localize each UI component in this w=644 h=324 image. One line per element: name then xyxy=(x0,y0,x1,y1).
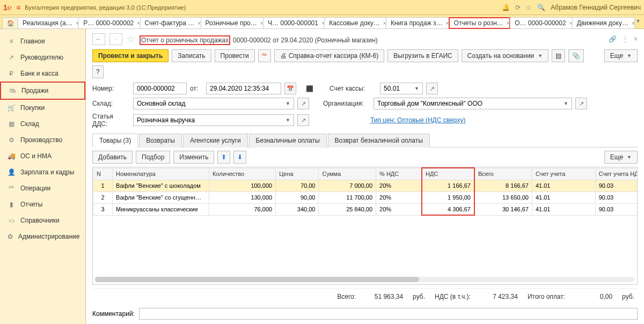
tab-5[interactable]: Кассовые доку…× xyxy=(324,17,386,29)
comment-input[interactable] xyxy=(139,308,638,320)
structure-button[interactable]: ▤ xyxy=(552,49,565,62)
sidebar-item-dir[interactable]: ▭Справочники xyxy=(0,212,85,229)
col-n[interactable]: N xyxy=(93,168,113,180)
bell-icon[interactable]: 🔔 xyxy=(502,4,510,11)
col-vatp[interactable]: % НДС xyxy=(376,168,422,180)
col-acc1[interactable]: Счет учета xyxy=(532,168,595,180)
open-icon[interactable]: ↗ xyxy=(297,98,309,109)
sidebar-item-main[interactable]: ≡Главное xyxy=(0,33,85,49)
create-button[interactable]: Создать на основании▼ xyxy=(462,49,548,62)
move-up-button[interactable]: ⬆ xyxy=(217,151,230,164)
bars-icon: ▮ xyxy=(8,201,15,208)
menu-icon[interactable]: ≡ xyxy=(16,3,20,12)
col-vat[interactable]: НДС xyxy=(422,168,474,180)
table-more-button[interactable]: Еще▼ xyxy=(604,151,638,164)
sidebar-item-stock[interactable]: ▦Склад xyxy=(0,116,85,132)
subtab-cashless[interactable]: Безналичные оплаты xyxy=(249,134,327,148)
close-icon[interactable]: × xyxy=(634,35,638,43)
tab-9[interactable]: Движения доку…× xyxy=(572,17,635,29)
back-button[interactable]: ← xyxy=(92,33,105,45)
col-total[interactable]: Всего xyxy=(474,168,532,180)
tabs-overflow-icon[interactable]: ▾ xyxy=(634,15,642,28)
egais-button[interactable]: Выгрузить в ЕГАИС xyxy=(387,49,458,62)
store-select[interactable]: Основной склад▼ xyxy=(133,98,294,109)
table-row[interactable]: 1Вафли "Венские" с шоколадом100,00070,00… xyxy=(93,180,638,192)
tab-1[interactable]: Р… 0000-000002× xyxy=(78,17,140,29)
favorite-icon[interactable]: ☆ xyxy=(127,33,135,45)
star-icon[interactable]: ☆ xyxy=(526,4,532,11)
app-title: Бухгалтерия предприятия, редакция 3.0 (1… xyxy=(25,4,497,11)
subtab-goods[interactable]: Товары (3) xyxy=(92,134,138,148)
book-icon: ▭ xyxy=(8,217,15,224)
sidebar-item-bank[interactable]: ₽Банк и касса xyxy=(0,65,85,82)
post-close-button[interactable]: Провести и закрыть xyxy=(92,49,169,62)
tab-3[interactable]: Розничные про…× xyxy=(201,17,264,29)
user-label[interactable]: Абрамов Геннадий Сергеевич xyxy=(551,4,641,11)
tab-2[interactable]: Счет-фактура …× xyxy=(140,17,201,29)
sidebar: ≡Главное ↗Руководителю ₽Банк и касса 🛍Пр… xyxy=(0,29,86,324)
subtab-returns[interactable]: Возвраты xyxy=(139,134,182,148)
document-title: Отчет о розничных продажах 0000-000002 о… xyxy=(140,34,378,45)
km6-button[interactable]: 🖨 Справка-отчет кассира (КМ-6) xyxy=(274,49,385,62)
ops-icon: ᴬᴷ xyxy=(8,185,15,192)
sidebar-item-purchases[interactable]: 🛒Покупки xyxy=(0,100,85,116)
goods-table[interactable]: N Номенклатура Количество Цена Сумма % Н… xyxy=(92,167,638,285)
logo-1c: 1℮ xyxy=(3,3,12,12)
forward-button[interactable]: → xyxy=(109,33,122,45)
sidebar-item-reports[interactable]: ▮Отчеты xyxy=(0,196,85,212)
sidebar-item-manager[interactable]: ↗Руководителю xyxy=(0,49,85,65)
h-scrollbar[interactable] xyxy=(95,277,635,282)
more-button[interactable]: Еще▼ xyxy=(604,49,638,62)
open-icon[interactable]: ↗ xyxy=(297,114,309,126)
number-input[interactable] xyxy=(133,83,187,94)
col-price[interactable]: Цена xyxy=(276,168,319,180)
calendar-icon[interactable]: 📅 xyxy=(284,83,296,94)
subtab-cashless-ret[interactable]: Возврат безналичной оплаты xyxy=(328,134,430,148)
pick-button[interactable]: Подбор xyxy=(136,151,170,164)
sidebar-item-admin[interactable]: ✿Администрирование xyxy=(0,229,85,245)
attach-button[interactable]: 📎 xyxy=(568,49,584,62)
sidebar-item-production[interactable]: ⚙Производство xyxy=(0,132,85,148)
col-sum[interactable]: Сумма xyxy=(319,168,376,180)
price-type-link[interactable]: Тип цен: Оптовые (НДС сверху) xyxy=(370,116,465,124)
search-icon[interactable]: 🔍 xyxy=(537,4,545,11)
sub-tabs: Товары (3) Возвраты Агентские услуги Без… xyxy=(92,133,638,148)
acc-select[interactable]: 50.01▼ xyxy=(380,83,423,94)
tab-6[interactable]: Книга продаж з…× xyxy=(386,17,449,29)
tab-7[interactable]: Отчеты о розн…× xyxy=(449,17,511,29)
tab-8[interactable]: О… 0000-000002× xyxy=(510,17,573,29)
history-icon[interactable]: ⟳ xyxy=(515,4,521,11)
movements-button[interactable]: ᴬᵏ xyxy=(258,49,271,62)
open-icon[interactable]: ↗ xyxy=(575,98,587,109)
add-button[interactable]: Добавить xyxy=(92,151,133,164)
subtab-agent[interactable]: Агентские услуги xyxy=(183,134,248,148)
home-tab[interactable]: 🏠 xyxy=(2,17,18,29)
tab-0[interactable]: Реализация (а…× xyxy=(18,17,79,29)
link-icon[interactable]: 🔗 xyxy=(609,35,617,43)
sidebar-item-operations[interactable]: ᴬᴷОперации xyxy=(0,180,85,196)
table-row[interactable]: 2Вафли "Венские" со сгущенн…130,00090,00… xyxy=(93,192,638,203)
tab-4[interactable]: Ч… 0000-000001× xyxy=(263,17,325,29)
col-name[interactable]: Номенклатура xyxy=(113,168,209,180)
col-acc2[interactable]: Счет учета НДС xyxy=(595,168,638,180)
chart-icon: ↗ xyxy=(8,54,15,61)
post-button[interactable]: Провести xyxy=(215,49,255,62)
write-button[interactable]: Записать xyxy=(172,49,211,62)
org-select[interactable]: Торговый дом "Комплексный" ООО▼ xyxy=(374,98,572,109)
close-icon[interactable]: × xyxy=(507,20,510,26)
sidebar-item-assets[interactable]: 🚚ОС и НМА xyxy=(0,148,85,164)
toolbar: Провести и закрыть Записать Провести ᴬᵏ … xyxy=(92,49,638,78)
sidebar-item-hr[interactable]: 👤Зарплата и кадры xyxy=(0,164,85,180)
kebab-icon[interactable]: ⋮ xyxy=(622,35,628,43)
sidebar-item-sales[interactable]: 🛍Продажи xyxy=(0,82,85,100)
open-icon[interactable]: ↗ xyxy=(426,83,438,94)
col-qty[interactable]: Количество xyxy=(209,168,276,180)
dds-select[interactable]: Розничная выручка▼ xyxy=(133,114,294,126)
totals-bar: Всего:51 963,34руб. НДС (в т.ч.):7 423,3… xyxy=(92,288,638,305)
date-input[interactable] xyxy=(206,83,281,94)
move-down-button[interactable]: ⬇ xyxy=(233,151,246,164)
help-button[interactable]: ? xyxy=(92,65,104,78)
edit-button[interactable]: Изменить xyxy=(173,151,214,164)
app-titlebar: 1℮ ≡ Бухгалтерия предприятия, редакция 3… xyxy=(0,0,644,15)
table-row[interactable]: 3Миникруассаны классические76,000340,002… xyxy=(93,203,638,215)
